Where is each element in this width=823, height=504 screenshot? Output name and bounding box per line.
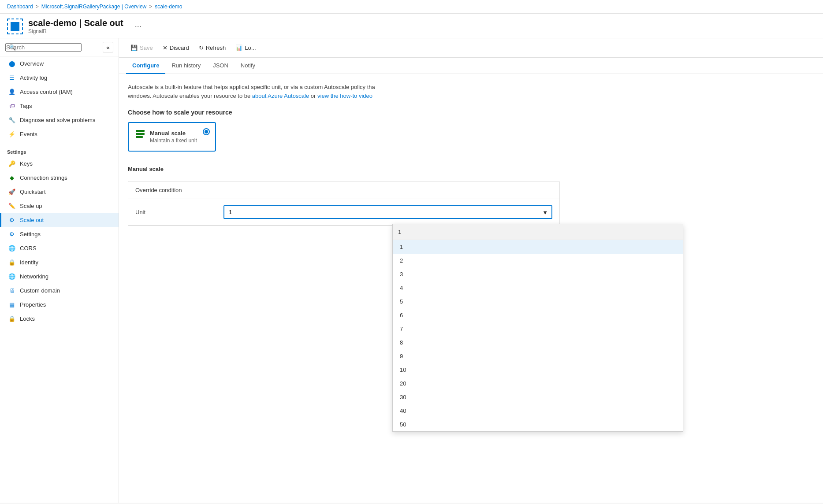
- refresh-icon: ↻: [199, 44, 204, 51]
- manual-scale-card-text: Manual scale Maintain a fixed unit: [150, 130, 197, 144]
- nav-scale-out[interactable]: ⚙ Scale out: [0, 213, 119, 227]
- nav-locks[interactable]: 🔒 Locks: [0, 311, 119, 326]
- dropdown-item-7[interactable]: 7: [393, 322, 683, 336]
- dropdown-item-10[interactable]: 10: [393, 363, 683, 377]
- manual-scale-radio[interactable]: [203, 128, 210, 135]
- dropdown-item-8[interactable]: 8: [393, 336, 683, 349]
- nav-properties[interactable]: ▤ Properties: [0, 297, 119, 311]
- override-condition-header[interactable]: Override condition: [128, 182, 559, 199]
- nav-scale-out-label: Scale out: [20, 217, 44, 223]
- nav-diagnose-label: Diagnose and solve problems: [20, 117, 95, 123]
- tab-notify[interactable]: Notify: [235, 58, 261, 74]
- nav-cors[interactable]: 🌐 CORS: [0, 241, 119, 255]
- logs-button[interactable]: 📊 Lo...: [231, 42, 260, 54]
- tab-run-history[interactable]: Run history: [165, 58, 207, 74]
- search-input[interactable]: [5, 43, 82, 52]
- cors-icon: 🌐: [8, 245, 15, 252]
- collapse-sidebar-button[interactable]: «: [103, 42, 113, 52]
- save-button[interactable]: 💾 Save: [126, 42, 157, 54]
- dropdown-item-5[interactable]: 5: [393, 295, 683, 308]
- nav-activity-log[interactable]: ☰ Activity log: [0, 70, 119, 85]
- diagnose-icon: 🔧: [8, 116, 15, 123]
- nav-connection-strings[interactable]: ◆ Connection strings: [0, 170, 119, 185]
- scale-out-icon: ⚙: [8, 216, 15, 223]
- line3: [136, 136, 143, 138]
- nav-overview[interactable]: ⬤ Overview: [0, 56, 119, 70]
- page-subtitle: SignalR: [28, 28, 123, 34]
- dropdown-item-40[interactable]: 40: [393, 404, 683, 418]
- nav-connection-strings-label: Connection strings: [20, 174, 67, 181]
- nav-custom-domain-label: Custom domain: [20, 287, 60, 294]
- nav-keys-label: Keys: [20, 160, 33, 167]
- nav-identity[interactable]: 🔒 Identity: [0, 255, 119, 269]
- manual-scale-card[interactable]: Manual scale Maintain a fixed unit: [128, 122, 216, 152]
- manual-scale-title: Manual scale: [150, 130, 197, 137]
- connection-strings-icon: ◆: [8, 174, 15, 181]
- identity-icon: 🔒: [8, 259, 15, 266]
- tabs: Configure Run history JSON Notify: [119, 58, 823, 74]
- manual-scale-section: Override condition Unit 1 2 3 4 5 6: [128, 181, 560, 226]
- dropdown-item-4[interactable]: 4: [393, 281, 683, 295]
- settings-icon: ⚙: [8, 230, 15, 237]
- nav-tags[interactable]: 🏷 Tags: [0, 99, 119, 113]
- nav-scale-up-label: Scale up: [20, 203, 42, 209]
- custom-domain-icon: 🖥: [8, 287, 15, 294]
- signalr-icon: [11, 22, 19, 31]
- dropdown-item-9[interactable]: 9: [393, 349, 683, 363]
- line1: [136, 130, 145, 132]
- nav-quickstart[interactable]: 🚀 Quickstart: [0, 185, 119, 199]
- settings-section-header: Settings: [0, 145, 119, 156]
- choose-scale-title: Choose how to scale your resource: [128, 109, 814, 116]
- logs-label: Lo...: [245, 44, 256, 51]
- override-condition-label: Override condition: [135, 187, 182, 193]
- dropdown-item-3[interactable]: 3: [393, 267, 683, 281]
- refresh-button[interactable]: ↻ Refresh: [194, 42, 231, 54]
- locks-icon: 🔒: [8, 315, 15, 322]
- page-icon: [7, 19, 23, 34]
- radio-inner: [205, 130, 208, 133]
- activity-log-icon: ☰: [8, 74, 15, 81]
- nav-diagnose[interactable]: 🔧 Diagnose and solve problems: [0, 113, 119, 127]
- nav-events[interactable]: ⚡ Events: [0, 127, 119, 141]
- breadcrumb-dashboard[interactable]: Dashboard: [7, 4, 33, 10]
- discard-label: Discard: [170, 44, 189, 51]
- nav-custom-domain[interactable]: 🖥 Custom domain: [0, 283, 119, 297]
- breadcrumb: Dashboard > Microsoft.SignalRGalleryPack…: [0, 0, 823, 14]
- nav-networking[interactable]: 🌐 Networking: [0, 269, 119, 283]
- discard-button[interactable]: ✕ Discard: [158, 42, 194, 54]
- nav-settings[interactable]: ⚙ Settings: [0, 227, 119, 241]
- scale-cards: Manual scale Maintain a fixed unit: [128, 122, 814, 152]
- dropdown-item-6[interactable]: 6: [393, 308, 683, 322]
- nav-keys[interactable]: 🔑 Keys: [0, 156, 119, 170]
- dropdown-item-20[interactable]: 20: [393, 377, 683, 390]
- or-text: or: [311, 93, 317, 99]
- main-layout: 🔍 « ⬤ Overview ☰ Activity log 👤 Access c…: [0, 38, 823, 503]
- breadcrumb-resource[interactable]: scale-demo: [155, 4, 182, 10]
- nav-scale-up[interactable]: ✏️ Scale up: [0, 199, 119, 213]
- events-icon: ⚡: [8, 130, 15, 137]
- dropdown-item-30[interactable]: 30: [393, 390, 683, 404]
- toolbar: 💾 Save ✕ Discard ↻ Refresh 📊 Lo...: [119, 38, 823, 58]
- page-header: scale-demo | Scale out SignalR ···: [0, 14, 823, 38]
- scale-content: Autoscale is a built-in feature that hel…: [119, 74, 823, 503]
- learn-more-link[interactable]: about Azure Autoscale: [252, 93, 309, 99]
- dropdown-items-list: 1 2 3 4 5 6 7 8 9 10 20 30 40 50: [393, 240, 683, 431]
- networking-icon: 🌐: [8, 273, 15, 280]
- nav-quickstart-label: Quickstart: [20, 189, 46, 195]
- save-icon: 💾: [130, 44, 138, 51]
- dropdown-item-50[interactable]: 50: [393, 418, 683, 431]
- quickstart-icon: 🚀: [8, 188, 15, 195]
- dropdown-item-1[interactable]: 1: [393, 240, 683, 254]
- nav-networking-label: Networking: [20, 273, 48, 280]
- nav-access-control[interactable]: 👤 Access control (IAM): [0, 85, 119, 99]
- refresh-label: Refresh: [206, 44, 226, 51]
- breadcrumb-overview[interactable]: Microsoft.SignalRGalleryPackage | Overvi…: [41, 4, 147, 10]
- more-options-button[interactable]: ···: [132, 21, 144, 32]
- tab-json[interactable]: JSON: [207, 58, 235, 74]
- breadcrumb-sep2: >: [149, 4, 152, 10]
- unit-dropdown[interactable]: 1 2 3 4 5 6 7 8 9 10 20: [223, 205, 552, 219]
- how-to-link[interactable]: view the how-to video: [317, 93, 372, 99]
- tab-configure[interactable]: Configure: [126, 58, 165, 74]
- dropdown-item-2[interactable]: 2: [393, 254, 683, 267]
- search-wrapper: 🔍: [5, 43, 99, 52]
